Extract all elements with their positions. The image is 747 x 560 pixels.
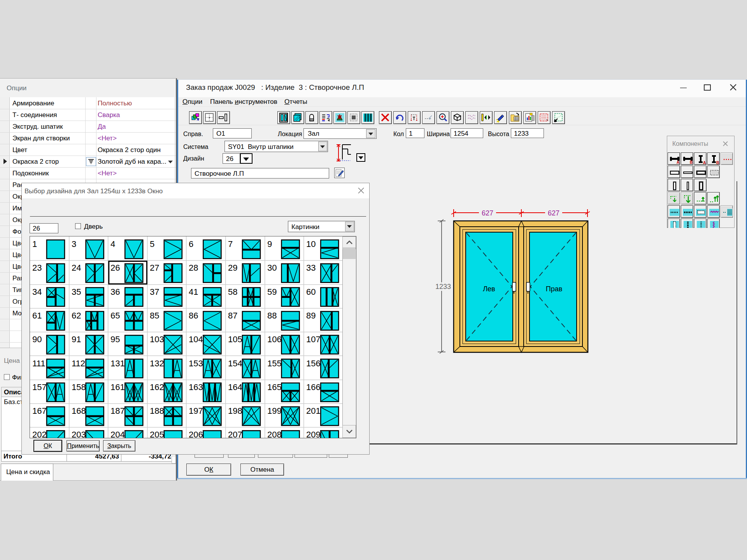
svg-text:89: 89 [306,311,316,320]
svg-text:166: 166 [306,382,321,392]
svg-text:132: 132 [150,359,164,368]
svg-text:627: 627 [548,209,559,217]
svg-text:59: 59 [267,287,277,297]
svg-text:1233: 1233 [435,283,451,290]
svg-text:6: 6 [189,239,193,249]
svg-text:90: 90 [32,334,42,344]
svg-text:65: 65 [110,311,120,320]
svg-text:36: 36 [110,287,120,297]
svg-text:10: 10 [306,239,316,249]
svg-text:206: 206 [189,430,203,438]
svg-text:61: 61 [32,311,42,320]
svg-text:197: 197 [189,406,203,416]
svg-text:24: 24 [72,263,81,273]
svg-text:104: 104 [189,334,203,344]
svg-text:106: 106 [267,334,282,344]
svg-text:4: 4 [110,239,115,249]
svg-text:35: 35 [72,287,81,297]
svg-text:91: 91 [72,334,81,344]
svg-text:165: 165 [267,382,282,392]
svg-text:167: 167 [32,406,47,416]
svg-text:105: 105 [228,334,242,344]
svg-text:158: 158 [72,382,86,392]
svg-text:33: 33 [306,263,316,273]
svg-text:5: 5 [150,239,154,249]
svg-text:85: 85 [150,311,159,320]
svg-text:27: 27 [150,263,159,273]
svg-text:198: 198 [228,406,242,416]
svg-text:161: 161 [110,382,125,392]
svg-text:Прав: Прав [546,285,563,293]
svg-text:9: 9 [267,239,272,249]
svg-text:30: 30 [267,263,277,273]
svg-text:Лев: Лев [483,285,495,293]
svg-text:3: 3 [72,239,76,249]
svg-text:62: 62 [72,311,81,320]
svg-text:205: 205 [150,430,164,438]
svg-text:201: 201 [306,406,321,416]
svg-text:B: B [716,161,719,165]
svg-text:60: 60 [306,287,316,297]
svg-text:58: 58 [228,287,237,297]
svg-text:37: 37 [150,287,159,297]
svg-text:209: 209 [306,430,321,438]
svg-text:34: 34 [32,287,42,297]
svg-text:156: 156 [306,359,321,368]
svg-text:153: 153 [189,359,203,368]
svg-text:7: 7 [228,239,233,249]
svg-text:208: 208 [267,430,282,438]
svg-text:107: 107 [306,334,321,344]
svg-text:163: 163 [189,382,203,392]
svg-text:157: 157 [32,382,47,392]
svg-text:204: 204 [110,430,125,438]
svg-text:B: B [690,160,693,164]
svg-text:162: 162 [150,382,164,392]
svg-text:627: 627 [482,209,493,217]
svg-text:154: 154 [228,359,242,368]
svg-text:155: 155 [267,359,282,368]
svg-text:199: 199 [267,406,282,416]
svg-text:164: 164 [228,382,242,392]
svg-text:131: 131 [110,359,125,368]
svg-text:A: A [703,161,706,165]
svg-text:202: 202 [32,430,47,438]
svg-text:87: 87 [228,311,237,320]
svg-text:112: 112 [72,359,85,368]
svg-text:A: A [677,160,679,164]
svg-text:207: 207 [228,430,242,438]
svg-text:203: 203 [72,430,86,438]
svg-text:29: 29 [228,263,237,273]
svg-text:88: 88 [267,311,277,320]
svg-text:168: 168 [72,406,86,416]
svg-text:95: 95 [110,334,120,344]
svg-text:86: 86 [189,311,198,320]
svg-text:188: 188 [150,406,164,416]
svg-text:26: 26 [110,263,120,273]
svg-text:23: 23 [32,263,42,273]
svg-text:1: 1 [32,239,37,249]
svg-text:28: 28 [189,263,198,273]
svg-text:41: 41 [189,287,198,297]
svg-text:111: 111 [32,359,45,368]
svg-text:187: 187 [110,406,125,416]
svg-text:103: 103 [150,334,164,344]
